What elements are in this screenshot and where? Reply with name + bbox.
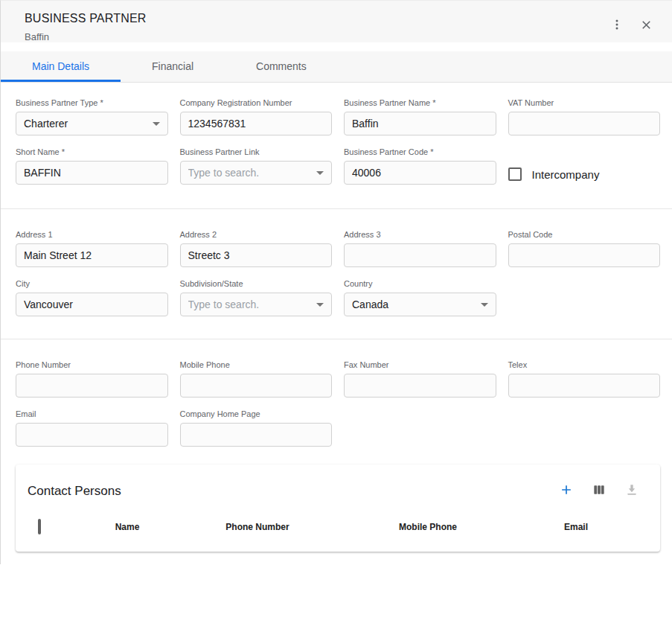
field-mobile-phone: Mobile Phone: [180, 360, 333, 397]
columns-button[interactable]: [590, 481, 608, 501]
telex-input[interactable]: [508, 374, 661, 397]
field-label: Fax Number: [344, 360, 496, 369]
company-registration-number-input[interactable]: [180, 112, 333, 135]
phone-number-input[interactable]: [16, 374, 168, 397]
form-row: Phone Number Mobile Phone Fax Number Tel…: [16, 360, 660, 397]
field-address-1: Address 1: [16, 230, 168, 267]
field-city: City: [16, 279, 168, 316]
close-button[interactable]: [636, 14, 657, 38]
panel-header-text: BUSINESS PARTNER Baffin: [25, 12, 147, 42]
field-postal-code: Postal Code: [508, 230, 661, 267]
field-label: Company Registration Number: [180, 98, 333, 107]
add-contact-button[interactable]: [557, 481, 575, 501]
intercompany-checkbox[interactable]: [508, 167, 522, 181]
company-home-page-input[interactable]: [180, 423, 333, 447]
field-label: Address 2: [180, 230, 333, 239]
field-address-2: Address 2: [180, 230, 333, 267]
plus-icon: [559, 482, 574, 499]
address-3-input[interactable]: [344, 243, 496, 267]
business-partner-link-select[interactable]: Type to search.: [180, 161, 333, 185]
select-value: Canada: [352, 298, 476, 310]
field-business-partner-name: Business Partner Name *: [344, 98, 496, 135]
field-label: Address 1: [16, 230, 168, 239]
chevron-down-icon: [316, 171, 324, 175]
field-business-partner-type: Business Partner Type * Charterer: [16, 98, 168, 135]
short-name-input[interactable]: [16, 161, 168, 185]
field-label: Business Partner Link: [180, 147, 333, 156]
download-button[interactable]: [623, 481, 641, 501]
contact-persons-title: Contact Persons: [28, 484, 121, 499]
page-title: BUSINESS PARTNER: [25, 12, 147, 25]
field-telex: Telex: [508, 360, 661, 397]
tab-bar: Main Details Financial Comments: [1, 51, 672, 83]
page-subtitle: Baffin: [25, 31, 147, 42]
field-company-home-page: Company Home Page: [180, 409, 333, 447]
main-details-form: Business Partner Type * Charterer Compan…: [1, 83, 672, 552]
business-partner-type-select[interactable]: Charterer: [16, 112, 168, 135]
column-header-email: Email: [513, 522, 639, 532]
section-divider: [1, 208, 672, 209]
field-email: Email: [16, 409, 168, 447]
panel-header: BUSINESS PARTNER Baffin: [1, 1, 672, 42]
field-vat-number: VAT Number: [508, 98, 661, 135]
select-value: Charterer: [24, 118, 148, 130]
select-all-cell: [16, 520, 83, 534]
field-company-registration-number: Company Registration Number: [180, 98, 333, 135]
close-icon: [639, 18, 653, 34]
section-divider: [1, 339, 672, 339]
field-fax-number: Fax Number: [344, 360, 496, 397]
form-row: Address 1 Address 2 Address 3 Postal Cod…: [16, 230, 660, 267]
contact-persons-actions: [557, 481, 641, 501]
tab-main-details[interactable]: Main Details: [1, 51, 121, 82]
city-input[interactable]: [16, 293, 168, 316]
fax-number-input[interactable]: [344, 374, 496, 397]
field-short-name: Short Name *: [16, 147, 168, 186]
more-options-button[interactable]: [606, 13, 628, 38]
chevron-down-icon: [316, 303, 324, 307]
field-business-partner-code: Business Partner Code *: [344, 147, 496, 186]
address-1-input[interactable]: [16, 243, 168, 267]
form-row: Email Company Home Page: [16, 409, 660, 447]
form-row: Business Partner Type * Charterer Compan…: [16, 98, 660, 135]
field-label: Postal Code: [508, 230, 661, 239]
select-placeholder: Type to search.: [188, 167, 313, 179]
columns-icon: [592, 482, 607, 499]
business-partner-panel: BUSINESS PARTNER Baffin Main Details Fin…: [0, 0, 672, 564]
country-select[interactable]: Canada: [344, 293, 496, 316]
field-label: Subdivision/State: [180, 279, 333, 288]
field-label: Email: [16, 409, 168, 418]
field-intercompany: Intercompany: [508, 162, 661, 186]
vat-number-input[interactable]: [508, 112, 661, 135]
address-2-input[interactable]: [180, 243, 333, 267]
tab-financial[interactable]: Financial: [121, 51, 225, 82]
tab-comments[interactable]: Comments: [225, 51, 338, 82]
column-header-mobile-phone: Mobile Phone: [343, 522, 513, 532]
mobile-phone-input[interactable]: [180, 374, 333, 397]
field-label: Country: [344, 279, 496, 288]
postal-code-input[interactable]: [508, 243, 661, 267]
form-row: Short Name * Business Partner Link Type …: [16, 147, 660, 186]
select-all-checkbox[interactable]: [38, 519, 41, 534]
kebab-menu-icon: [609, 17, 624, 34]
field-phone-number: Phone Number: [16, 360, 168, 397]
field-label: Company Home Page: [180, 409, 333, 418]
field-country: Country Canada: [344, 279, 496, 316]
business-partner-code-input[interactable]: [344, 161, 496, 185]
field-label: Telex: [508, 360, 661, 369]
field-label: VAT Number: [508, 98, 661, 107]
field-label: Mobile Phone: [180, 360, 333, 369]
business-partner-name-input[interactable]: [344, 112, 496, 135]
contact-persons-table-header: Name Phone Number Mobile Phone Email: [16, 505, 660, 549]
select-placeholder: Type to search.: [188, 298, 313, 310]
email-input[interactable]: [16, 423, 168, 447]
subdivision-state-select[interactable]: Type to search.: [180, 293, 333, 316]
field-label: Business Partner Name *: [344, 98, 496, 107]
field-label: Short Name *: [16, 147, 168, 156]
field-subdivision-state: Subdivision/State Type to search.: [180, 279, 333, 316]
field-label: City: [16, 279, 168, 288]
chevron-down-icon: [153, 122, 160, 126]
contact-persons-header: Contact Persons: [16, 464, 660, 505]
column-header-name: Name: [83, 522, 172, 532]
column-header-phone-number: Phone Number: [172, 522, 343, 532]
field-label: Phone Number: [16, 360, 168, 369]
